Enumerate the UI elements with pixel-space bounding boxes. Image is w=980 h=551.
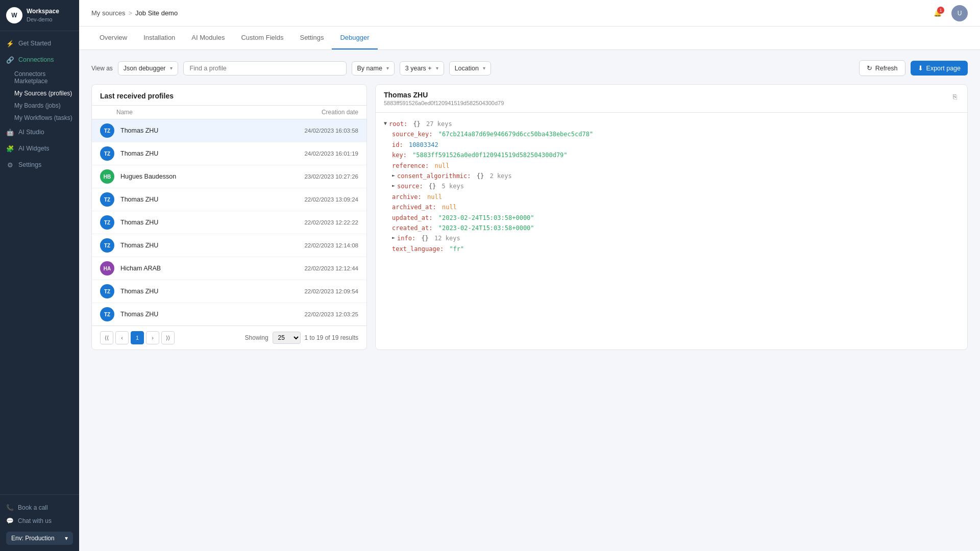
last-page-button[interactable]: ⟩⟩ xyxy=(161,331,175,344)
json-copy-button[interactable]: ⎘ xyxy=(951,91,959,103)
col-name-header: Name xyxy=(116,109,322,116)
json-source-key-line: source_key: "67cb214a87d69e946679d6cc50b… xyxy=(392,129,959,139)
sidebar-item-get-started[interactable]: ⚡ Get Started xyxy=(0,35,79,52)
profile-avatar-0: TZ xyxy=(100,123,114,138)
breadcrumb: My sources > Job Site demo xyxy=(91,9,178,17)
json-source-line: ► source: {} 5 keys xyxy=(392,181,959,191)
tab-ai-modules[interactable]: AI Modules xyxy=(183,27,233,49)
notification-button[interactable]: 🔔 1 xyxy=(930,6,945,21)
source-expand-icon[interactable]: ► xyxy=(392,181,395,190)
root-expand-icon[interactable]: ▼ xyxy=(384,119,387,128)
profile-row-2[interactable]: HB Hugues Baudesson 23/02/2023 10:27:26 xyxy=(92,165,366,188)
json-consent-line: ► consent_algorithmic: {} 2 keys xyxy=(392,171,959,181)
profile-date-3: 22/02/2023 13:09:24 xyxy=(304,196,358,203)
export-button[interactable]: ⬇ Export page xyxy=(911,61,968,76)
profile-name-4: Thomas ZHU xyxy=(120,219,304,226)
sidebar-nav: ⚡ Get Started 🔗 Connections Connectors M… xyxy=(0,31,79,494)
copy-icon: ⎘ xyxy=(953,93,957,101)
sidebar-item-ai-widgets[interactable]: 🧩 AI Widgets xyxy=(0,140,79,157)
info-expand-icon[interactable]: ► xyxy=(392,233,395,242)
profile-avatar-1: TZ xyxy=(100,146,114,161)
sidebar-item-settings[interactable]: ⚙ Settings xyxy=(0,157,79,173)
view-as-select[interactable]: Json debugger ▾ xyxy=(118,61,178,76)
location-select[interactable]: Location ▾ xyxy=(449,61,491,76)
profile-avatar-5: TZ xyxy=(100,238,114,253)
page-1-button[interactable]: 1 xyxy=(131,331,144,344)
pagination: ⟨⟨ ‹ 1 › ⟩⟩ Showing 25 50 100 1 to 19 xyxy=(92,325,366,349)
profile-date-5: 22/02/2023 12:14:08 xyxy=(304,242,358,248)
find-profile-input[interactable] xyxy=(183,61,347,76)
tab-settings[interactable]: Settings xyxy=(291,27,332,49)
json-info-line: ► info: {} 12 keys xyxy=(392,233,959,243)
json-archived-at-line: archived_at: null xyxy=(392,202,959,212)
profile-date-6: 22/02/2023 12:12:44 xyxy=(304,265,358,271)
breadcrumb-current: Job Site demo xyxy=(135,9,178,17)
profile-avatar-7: TZ xyxy=(100,284,114,298)
next-page-button[interactable]: › xyxy=(146,331,159,344)
tab-overview[interactable]: Overview xyxy=(91,27,135,49)
per-page-select[interactable]: 25 50 100 xyxy=(273,332,301,344)
sidebar-item-ai-studio[interactable]: 🤖 AI Studio xyxy=(0,124,79,140)
tab-custom-fields[interactable]: Custom Fields xyxy=(233,27,291,49)
json-panel: Thomas ZHU 5883ff591526a0ed0f120941519d5… xyxy=(375,84,968,350)
profile-avatar-4: TZ xyxy=(100,215,114,230)
profile-avatar-6: HA xyxy=(100,261,114,276)
profile-row-7[interactable]: TZ Thomas ZHU 22/02/2023 12:09:54 xyxy=(92,280,366,303)
refresh-button[interactable]: ↻ Refresh xyxy=(859,60,905,76)
chat-with-us-btn[interactable]: 💬 Chat with us xyxy=(6,514,73,528)
sidebar-sub-my-sources[interactable]: My Sources (profiles) xyxy=(0,87,79,99)
by-name-select[interactable]: By name ▾ xyxy=(352,61,395,76)
years-chevron-icon: ▾ xyxy=(436,65,438,71)
profile-row-1[interactable]: TZ Thomas ZHU 24/02/2023 16:01:19 xyxy=(92,142,366,165)
profiles-list: TZ Thomas ZHU 24/02/2023 16:03:58 TZ Tho… xyxy=(92,119,366,325)
topbar-right: 🔔 1 U xyxy=(930,5,968,21)
env-selector[interactable]: Env: Production ▾ xyxy=(6,532,73,545)
view-as-label: View as xyxy=(91,65,113,72)
phone-icon: 📞 xyxy=(6,504,14,511)
sidebar-sub-my-workflows[interactable]: My Workflows (tasks) xyxy=(0,112,79,124)
json-created-at-line: created_at: "2023-02-24T15:03:58+0000" xyxy=(392,223,959,233)
profile-row-0[interactable]: TZ Thomas ZHU 24/02/2023 16:03:58 xyxy=(92,119,366,142)
profile-date-2: 23/02/2023 10:27:26 xyxy=(304,173,358,180)
profile-avatar-3: TZ xyxy=(100,192,114,207)
book-a-call-btn[interactable]: 📞 Book a call xyxy=(6,501,73,514)
first-page-button[interactable]: ⟨⟨ xyxy=(100,331,113,344)
prev-page-button[interactable]: ‹ xyxy=(115,331,129,344)
years-select[interactable]: 3 years + ▾ xyxy=(400,61,444,76)
profile-row-5[interactable]: TZ Thomas ZHU 22/02/2023 12:14:08 xyxy=(92,234,366,257)
profiles-panel-header: Last received profiles xyxy=(92,85,366,106)
profile-row-3[interactable]: TZ Thomas ZHU 22/02/2023 13:09:24 xyxy=(92,188,366,211)
col-date-header: Creation date xyxy=(322,109,358,116)
profile-row-8[interactable]: TZ Thomas ZHU 22/02/2023 12:03:25 xyxy=(92,303,366,325)
tab-installation[interactable]: Installation xyxy=(135,27,183,49)
profile-name-0: Thomas ZHU xyxy=(120,127,304,134)
view-as-chevron-icon: ▾ xyxy=(170,65,173,71)
json-reference-line: reference: null xyxy=(392,161,959,171)
json-key-line: key: "5883ff591526a0ed0f120941519d582504… xyxy=(392,150,959,160)
workspace-name: Workspace xyxy=(27,8,59,16)
chevron-down-icon: ▾ xyxy=(65,535,68,542)
sidebar-item-connections[interactable]: 🔗 Connections xyxy=(0,52,79,68)
chat-icon: 💬 xyxy=(6,517,14,524)
profile-name-1: Thomas ZHU xyxy=(120,150,304,157)
sidebar-sub-connectors-marketplace[interactable]: Connectors Marketplace xyxy=(0,68,79,87)
profile-date-8: 22/02/2023 12:03:25 xyxy=(304,311,358,317)
devdemo-name: Dev-demo xyxy=(27,16,59,23)
profile-row-6[interactable]: HA Hicham ARAB 22/02/2023 12:12:44 xyxy=(92,257,366,280)
settings-icon: ⚙ xyxy=(6,161,14,169)
download-icon: ⬇ xyxy=(918,64,923,72)
json-profile-key: 5883ff591526a0ed0f120941519d582504300d79 xyxy=(384,100,504,106)
user-avatar[interactable]: U xyxy=(951,5,968,21)
profile-name-5: Thomas ZHU xyxy=(120,242,304,249)
breadcrumb-link[interactable]: My sources xyxy=(91,9,125,17)
tab-debugger[interactable]: Debugger xyxy=(332,27,377,49)
json-profile-name: Thomas ZHU xyxy=(384,91,504,99)
pagination-info: Showing 25 50 100 1 to 19 of 19 results xyxy=(245,332,358,344)
sidebar-sub-my-boards[interactable]: My Boards (jobs) xyxy=(0,99,79,112)
sidebar-label-connections: Connections xyxy=(18,56,54,63)
sidebar: W Workspace Dev-demo ⚡ Get Started 🔗 Con… xyxy=(0,0,79,551)
consent-expand-icon[interactable]: ► xyxy=(392,171,395,180)
sidebar-label-ai-studio: AI Studio xyxy=(18,129,44,136)
profile-row-4[interactable]: TZ Thomas ZHU 22/02/2023 12:22:22 xyxy=(92,211,366,234)
sidebar-logo[interactable]: W Workspace Dev-demo xyxy=(0,0,79,31)
